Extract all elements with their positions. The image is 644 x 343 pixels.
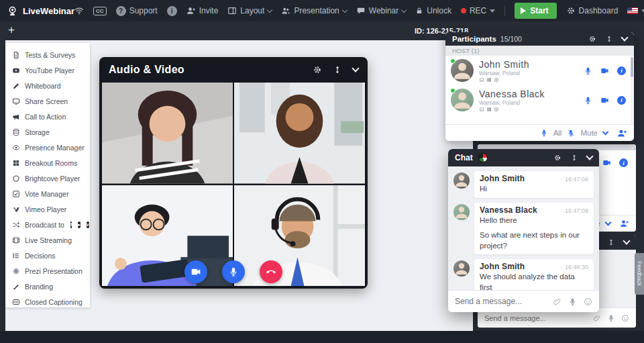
feedback-tab[interactable]: Feedback <box>635 253 644 295</box>
rec-menu[interactable]: REC <box>461 6 495 15</box>
sidebar-item-share-screen[interactable]: Share Screen <box>5 93 90 109</box>
microphone-button[interactable] <box>222 260 245 283</box>
info-icon: i <box>167 6 177 16</box>
person-add-icon[interactable] <box>617 128 627 138</box>
resize-vertical-icon[interactable] <box>570 154 578 162</box>
laptop-icon <box>479 77 484 83</box>
participant-row[interactable]: John Smith Warsaw, Poland i <box>445 56 634 85</box>
sidebar-item-presence-manager[interactable]: Presence Manager <box>5 140 90 155</box>
add-tab-button[interactable]: + <box>8 23 15 37</box>
sidebar-item-broadcast-to[interactable]: Broadcast to f ▸ v <box>5 217 90 232</box>
sidebar-item-branding[interactable]: Branding <box>5 279 90 294</box>
sidebar-item-live-streaming[interactable]: Live Streaming <box>5 232 90 248</box>
sidebar-item-whiteboard[interactable]: Whiteboard <box>5 78 90 93</box>
collapse-chevron-icon[interactable] <box>623 237 630 244</box>
avatar <box>453 173 470 189</box>
windows-icon <box>486 77 492 83</box>
livewebinar-app: LiveWebinar CC ? Support i Invite Layout… <box>0 0 644 343</box>
mic-icon[interactable] <box>568 297 577 306</box>
presentation-menu[interactable]: Presentation <box>281 6 346 15</box>
collapse-chevron-icon[interactable] <box>621 34 628 41</box>
person-icon <box>453 260 470 277</box>
audio-video-header[interactable]: Audio & Video <box>99 57 368 83</box>
resize-vertical-icon[interactable] <box>605 35 613 43</box>
start-label: Start <box>530 6 548 15</box>
paperclip-icon[interactable] <box>593 314 601 322</box>
hangup-button[interactable] <box>260 260 282 283</box>
dashboard-button[interactable]: Dashboard <box>566 6 619 15</box>
language-menu[interactable] <box>627 7 644 14</box>
closed-caption-button[interactable]: CC <box>93 7 107 15</box>
sidebar-item-storage[interactable]: Storage <box>5 124 90 140</box>
paperclip-icon[interactable] <box>553 297 561 306</box>
host-section-header: HOST (1) <box>445 46 634 56</box>
sidebar-item-tests-surveys[interactable]: Tests & Surveys <box>5 47 90 62</box>
sidebar-item-label: Vimeo Player <box>25 205 66 213</box>
info-button[interactable]: i <box>167 6 177 16</box>
collapse-chevron-icon[interactable] <box>352 64 359 72</box>
brand[interactable]: LiveWebinar <box>7 5 74 17</box>
gear-icon[interactable] <box>588 35 596 43</box>
chevron-down-icon[interactable] <box>605 219 612 226</box>
chat-header[interactable]: Chat <box>448 149 599 166</box>
chat-input-bar <box>448 290 599 312</box>
info-icon[interactable]: i <box>617 66 626 75</box>
info-icon[interactable]: i <box>617 96 626 105</box>
support-button[interactable]: ? Support <box>116 6 158 16</box>
unmute-all-label[interactable]: All <box>553 129 562 137</box>
sidebar-item-youtube-player[interactable]: YouTube Player <box>5 62 90 78</box>
participant-row[interactable]: Vanessa Black Warsaw, Poland i <box>445 85 634 115</box>
navbar-actions: CC ? Support i Invite Layout Presentatio… <box>74 3 644 19</box>
gear-icon[interactable] <box>313 65 322 75</box>
sidebar-item-vote-manager[interactable]: Vote Manager <box>5 186 90 201</box>
invite-button[interactable]: Invite <box>186 6 219 15</box>
mic-icon[interactable] <box>584 96 592 105</box>
smiley-icon[interactable] <box>621 314 629 322</box>
camera-button[interactable] <box>184 260 207 283</box>
sidebar-item-call-to-action[interactable]: Call to Action <box>5 109 90 124</box>
connection-quality-button[interactable] <box>74 6 84 15</box>
sidebar-item-breakout-rooms[interactable]: Breakout Rooms <box>5 155 90 170</box>
message-text: Hello there <box>480 215 588 226</box>
message-author: Vanessa Black <box>480 205 537 215</box>
translate-globe-icon[interactable] <box>478 153 488 162</box>
participants-title: Participants <box>452 35 496 43</box>
sidebar-item-prezi-presentation[interactable]: Prezi Presentation <box>5 263 90 279</box>
sidebar-item-label: Call to Action <box>25 113 66 121</box>
sidebar-item-vimeo-player[interactable]: Vimeo Player <box>5 201 90 217</box>
collapse-chevron-icon[interactable] <box>586 152 593 160</box>
mic-icon[interactable] <box>584 66 592 75</box>
camera-icon[interactable] <box>600 66 609 75</box>
scrollbar-thumb[interactable] <box>631 57 633 77</box>
mute-label[interactable]: Mute <box>580 129 598 137</box>
sidebar-item-brightcove-player[interactable]: Brightcove Player <box>5 170 90 186</box>
smiley-icon[interactable] <box>584 297 592 306</box>
participants-header[interactable]: Participants 15/100 <box>445 32 634 46</box>
gear-icon[interactable] <box>553 154 561 162</box>
webinar-menu[interactable]: Webinar <box>356 6 406 15</box>
webcam-logo-icon <box>7 5 18 17</box>
avatar <box>453 204 470 220</box>
sidebar-item-closed-captioning[interactable]: Closed Captioning <box>5 294 90 309</box>
mic-icon[interactable] <box>540 129 548 137</box>
sidebar-item-label: Brightcove Player <box>25 175 80 183</box>
unlock-button[interactable]: Unlock <box>415 6 451 15</box>
resize-vertical-icon[interactable] <box>607 238 615 246</box>
camera-icon[interactable] <box>600 96 609 105</box>
scrollbar[interactable] <box>631 56 633 124</box>
message-input[interactable] <box>455 297 546 306</box>
start-button[interactable]: Start <box>515 3 556 19</box>
chevron-down-icon[interactable] <box>602 129 609 136</box>
avatar <box>451 89 474 111</box>
person-add-icon[interactable] <box>620 219 629 228</box>
layout-menu[interactable]: Layout <box>227 6 272 15</box>
info-icon[interactable]: i <box>619 158 628 167</box>
mic-off-icon[interactable] <box>567 129 575 137</box>
rec-dot-icon <box>461 8 466 13</box>
sidebar-item-label: Breakout Rooms <box>25 159 77 167</box>
sidebar-item-decisions[interactable]: Decisions <box>5 248 90 263</box>
camera-icon[interactable] <box>602 158 611 167</box>
mic-icon[interactable] <box>607 314 615 322</box>
resize-vertical-icon[interactable] <box>333 65 342 75</box>
message-input[interactable] <box>484 314 587 322</box>
